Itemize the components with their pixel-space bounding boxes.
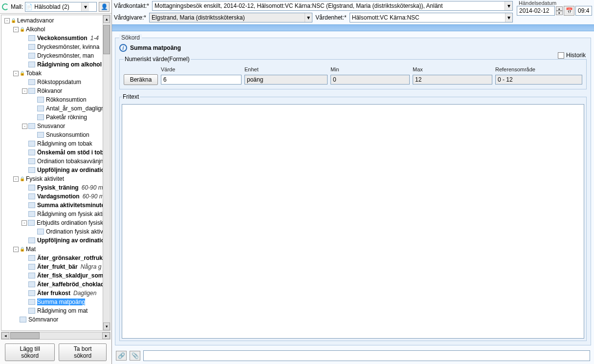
mall-dropdown[interactable]: 📄 ▾ (25, 2, 97, 12)
event-date-field[interactable] (517, 6, 555, 16)
tree-item[interactable]: -Erbjudits ordination fysisk a (1, 218, 110, 227)
add-keyword-button[interactable]: Lägg till sökord (5, 343, 55, 361)
scroll-down-icon[interactable]: ▾ (103, 322, 110, 330)
mall-input[interactable] (32, 3, 81, 10)
tree-item[interactable]: Rådgivning om fysisk aktiv (1, 210, 110, 218)
tree-collapser-icon[interactable]: - (4, 18, 10, 23)
event-time-field[interactable] (575, 6, 592, 16)
tree-collapser-icon[interactable]: - (22, 124, 27, 129)
vardgivare-input (150, 14, 305, 21)
tree-item-label: Äter_fisk_skaldjur_som (37, 272, 103, 279)
scroll-up-icon[interactable]: ▴ (103, 15, 110, 23)
tree-item-label: Rådgivning om tobak (37, 140, 92, 147)
hscroll-thumb[interactable] (10, 332, 40, 339)
tree-item[interactable]: Summa matpoäng (1, 298, 110, 306)
tree-collapser-icon[interactable]: - (13, 27, 19, 32)
tree-item[interactable]: Fysisk_träning60-90 m (1, 183, 110, 192)
tree-item[interactable]: Äter_fisk_skaldjur_som (1, 271, 110, 280)
tree-item-label: Snusvanor (37, 123, 65, 129)
tree-item[interactable]: Äter frukostDagligen (1, 289, 110, 298)
tree-item[interactable]: -Snusvanor (1, 122, 110, 130)
tree-item-label: Veckokonsumtion (37, 35, 88, 42)
calculate-button[interactable]: Beräkna (124, 74, 158, 85)
tree-item[interactable]: Uppföljning av ordinatio (1, 236, 110, 245)
tree-item[interactable]: Äter_grönsaker_rotfrukt (1, 254, 110, 262)
numeric-fieldset: Numeriskt värde(Formel) Värde Enhet Min … (119, 56, 587, 89)
tree-item[interactable]: -🔒Alkohol (1, 25, 110, 34)
tree-node-icon (28, 255, 35, 261)
tree-item[interactable]: Rådgivning om mat (1, 306, 110, 315)
lock-icon: 🔒 (20, 27, 25, 32)
vardgivare-dropdown[interactable]: ▾ (149, 13, 312, 22)
link-icon[interactable]: 🔗 (116, 351, 127, 361)
tree-item[interactable]: Vardagsmotion60-90 m (1, 192, 110, 201)
historik-checkbox[interactable] (558, 52, 564, 59)
tree-item[interactable]: Paketår rökning (1, 113, 110, 122)
tree-item[interactable]: -🔒Mat (1, 245, 110, 254)
chevron-down-icon[interactable]: ▾ (81, 2, 89, 11)
tree-collapser-icon[interactable]: - (13, 247, 19, 252)
tree-node-icon (28, 150, 35, 155)
tree-item[interactable]: Veckokonsumtion1-4 (1, 34, 110, 43)
chevron-down-icon[interactable]: ▾ (505, 1, 512, 10)
tree-item[interactable]: Rådgivning om tobak (1, 139, 110, 148)
chevron-down-icon[interactable]: ▾ (305, 13, 312, 22)
vardenhet-input[interactable] (350, 14, 505, 21)
tree-item[interactable]: Ordination fysisk aktivit (1, 227, 110, 236)
sokord-fieldset: Sökord i Summa matpoäng Historik Numeris… (115, 34, 591, 345)
varde-input[interactable] (161, 75, 242, 85)
vardkontakt-dropdown[interactable]: ▾ (152, 1, 513, 11)
tree-collapser-icon[interactable]: - (13, 176, 19, 182)
tree-item[interactable]: -🔒Levnadsvanor (1, 16, 110, 25)
tree-item[interactable]: Äter_kaffebröd_choklad (1, 280, 110, 289)
date-spinner[interactable]: ▴▾ (556, 6, 563, 15)
tree-item[interactable]: Äter_frukt_bärNågra g (1, 262, 110, 271)
keyword-tree[interactable]: -🔒Levnadsvanor-🔒AlkoholVeckokonsumtion1-… (1, 15, 110, 331)
tree-collapser-icon[interactable]: - (22, 88, 27, 94)
fritext-textarea[interactable] (122, 104, 584, 339)
tree-item[interactable]: Snuskonsumtion (1, 130, 110, 139)
tree-item[interactable]: Summa aktivitetsminute (1, 201, 110, 210)
remove-keyword-button[interactable]: Ta bort sökord (59, 343, 107, 361)
event-time-input[interactable] (576, 7, 592, 14)
tree-node-icon (37, 106, 44, 111)
tree-item[interactable]: Dryckesmönster, kvinna (1, 43, 110, 51)
tree-item-suffix: 60-90 m (83, 193, 104, 200)
tree-item[interactable]: Rökstoppsdatum (1, 78, 110, 86)
tree-item[interactable]: Rådgivning om alkohol (1, 60, 110, 69)
tree-item[interactable]: -🔒Fysisk aktivitet (1, 174, 110, 183)
paperclip-icon[interactable]: 📎 (130, 351, 140, 361)
vardenhet-dropdown[interactable]: ▾ (350, 13, 513, 22)
tree-vertical-scrollbar[interactable]: ▴ ▾ (103, 15, 110, 331)
tree-horizontal-scrollbar[interactable]: ◂ ▸ (1, 332, 110, 340)
tree-item-label: Rådgivning om alkohol (37, 61, 102, 68)
tree-item[interactable]: Antal_år_som_dagligrö (1, 104, 110, 113)
scroll-thumb[interactable] (103, 25, 110, 54)
person-icon-button[interactable]: 👤 (99, 2, 110, 12)
attachment-field[interactable] (143, 350, 590, 361)
lock-icon: 🔒 (11, 18, 16, 23)
tree-item[interactable]: Rökkonsumtion (1, 95, 110, 104)
chevron-down-icon[interactable]: ▾ (505, 13, 512, 22)
tree-item[interactable]: Önskemål om stöd i tob (1, 148, 110, 157)
tree-item[interactable]: -🔒Tobak (1, 69, 110, 78)
tree-item[interactable]: Dryckesmönster, man (1, 51, 110, 60)
tree-item-label: Summa aktivitetsminute (37, 202, 105, 209)
info-icon[interactable]: i (119, 44, 127, 52)
tree-item-label: Äter_grönsaker_rotfrukt (37, 255, 105, 261)
event-date-input[interactable] (517, 7, 554, 14)
tree-collapser-icon[interactable]: - (22, 220, 27, 226)
scroll-left-icon[interactable]: ◂ (1, 332, 9, 339)
tree-item-label: Antal_år_som_dagligrö (46, 105, 106, 112)
tree-item[interactable]: Ordination tobaksavvänjnin (1, 157, 110, 166)
tree-collapser-icon[interactable]: - (13, 71, 19, 76)
tree-node-icon (28, 141, 35, 147)
calendar-icon[interactable]: 📅 (564, 6, 574, 16)
tree-item-label: Fysisk_träning (37, 184, 79, 191)
historik-checkbox-wrap[interactable]: Historik (558, 52, 586, 59)
tree-item[interactable]: Sömnvanor (1, 315, 110, 324)
tree-item[interactable]: Uppföljning av ordinatio (1, 166, 110, 174)
scroll-right-icon[interactable]: ▸ (102, 332, 110, 339)
vardkontakt-input[interactable] (153, 2, 505, 9)
tree-item[interactable]: -Rökvanor (1, 86, 110, 95)
